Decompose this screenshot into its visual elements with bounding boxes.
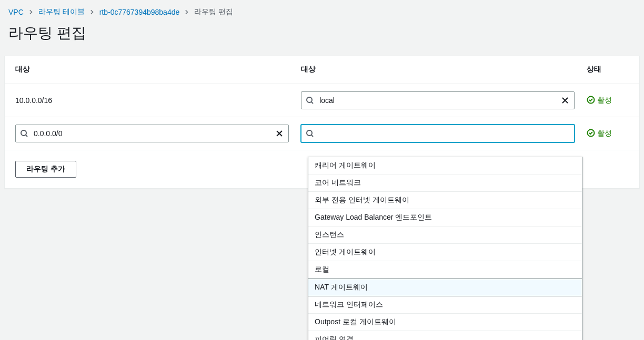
search-icon [306, 96, 314, 105]
add-route-button[interactable]: 라우팅 추가 [15, 161, 76, 178]
destination-cell: 10.0.0.0/16 [15, 96, 301, 105]
destination-input[interactable] [15, 125, 289, 142]
dropdown-item-nat-gateway[interactable]: NAT 게이트웨이 [308, 279, 582, 296]
dropdown-item-gwlb-endpoint[interactable]: Gateway Load Balancer 엔드포인트 [308, 209, 582, 226]
dropdown-item-outpost-lgw[interactable]: Outpost 로컬 게이트웨이 [308, 314, 582, 331]
check-circle-icon [587, 129, 595, 139]
search-icon [20, 129, 28, 138]
table-row: 활성 [5, 117, 639, 150]
chevron-right-icon [184, 9, 190, 15]
destination-value: 10.0.0.0/16 [15, 96, 52, 105]
target-cell [301, 91, 587, 109]
target-cell [301, 125, 587, 142]
table-header-row: 대상 대상 상태 [5, 56, 639, 84]
table-row: 10.0.0.0/16 활성 [5, 84, 639, 117]
dropdown-item-core-network[interactable]: 코어 네트워크 [308, 174, 582, 192]
svg-point-0 [307, 97, 312, 102]
breadcrumb: VPC 라우팅 테이블 rtb-0c7767394b98ba4de 라우팅 편집 [0, 0, 644, 17]
target-input[interactable] [301, 91, 575, 109]
breadcrumb-link-vpc[interactable]: VPC [8, 8, 24, 16]
dropdown-item-peering-connection[interactable]: 피어링 연결 [308, 331, 582, 340]
status-cell: 활성 [587, 129, 629, 139]
dropdown-item-instance[interactable]: 인스턴스 [308, 226, 582, 244]
close-icon[interactable] [560, 95, 570, 106]
dropdown-item-internet-gateway[interactable]: 인터넷 게이트웨이 [308, 244, 582, 261]
breadcrumb-link-route-tables[interactable]: 라우팅 테이블 [38, 7, 85, 17]
target-input-wrap [301, 125, 575, 142]
page-title: 라우팅 편집 [0, 17, 644, 56]
col-header-status: 상태 [587, 65, 629, 74]
chevron-right-icon [89, 9, 95, 15]
target-input[interactable] [301, 125, 575, 142]
close-icon[interactable] [274, 128, 285, 139]
target-input-wrap [301, 91, 575, 109]
col-header-target: 대상 [301, 65, 587, 74]
dropdown-item-egress-only-igw[interactable]: 외부 전용 인터넷 게이트웨이 [308, 192, 582, 209]
chevron-right-icon [28, 9, 34, 15]
destination-input-wrap [15, 125, 289, 142]
destination-cell [15, 125, 301, 142]
col-header-destination: 대상 [15, 65, 301, 74]
search-icon [306, 129, 314, 138]
target-dropdown: 캐리어 게이트웨이 코어 네트워크 외부 전용 인터넷 게이트웨이 Gatewa… [308, 157, 582, 340]
check-circle-icon [587, 96, 595, 106]
status-label: 활성 [597, 96, 612, 105]
dropdown-item-network-interface[interactable]: 네트워크 인터페이스 [308, 296, 582, 314]
breadcrumb-link-rtb-id[interactable]: rtb-0c7767394b98ba4de [99, 8, 180, 16]
status-label: 활성 [597, 129, 612, 138]
breadcrumb-current: 라우팅 편집 [194, 7, 233, 17]
svg-point-2 [21, 130, 26, 136]
dropdown-item-carrier-gateway[interactable]: 캐리어 게이트웨이 [308, 157, 582, 174]
status-cell: 활성 [587, 96, 629, 106]
svg-point-3 [307, 130, 312, 136]
dropdown-item-local[interactable]: 로컬 [308, 261, 582, 279]
